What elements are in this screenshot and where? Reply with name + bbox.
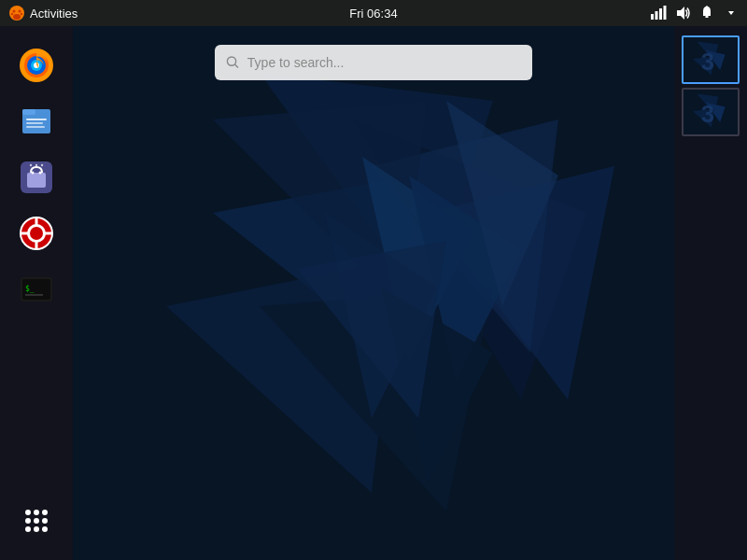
dock-item-software[interactable] [12,153,61,202]
svg-rect-37 [26,122,43,124]
svg-point-61 [25,518,31,524]
svg-point-44 [35,164,37,166]
svg-point-58 [25,510,31,515]
svg-point-66 [42,526,48,532]
svg-marker-10 [677,7,684,20]
workspace-preview-2: 3 [684,90,738,134]
apps-grid-icon [21,506,51,536]
dock-item-files[interactable] [12,97,61,146]
firefox-icon [17,46,56,85]
svg-point-67 [227,57,235,65]
desktop [0,26,747,560]
svg-point-60 [42,510,48,515]
svg-rect-36 [26,119,47,120]
topbar: Activities Fri 06:34 [0,0,747,26]
svg-point-4 [11,13,13,15]
svg-line-68 [235,64,238,67]
notifications-icon[interactable] [698,5,715,21]
help-icon [17,214,56,253]
svg-rect-9 [664,6,667,20]
workspace-preview-1: 3 [684,37,738,82]
search-input[interactable] [247,55,521,70]
workspace-thumb-1[interactable]: 3 [682,35,740,84]
svg-point-65 [34,526,39,532]
activities-button[interactable]: Activities [30,7,78,21]
search-icon [226,55,240,70]
desktop-background [73,26,674,560]
svg-text:3: 3 [701,101,714,127]
software-icon [17,158,56,197]
terminal-icon: $_ [17,270,56,309]
svg-point-45 [41,164,43,166]
svg-marker-13 [728,11,734,15]
search-bar [215,45,532,80]
svg-rect-11 [706,16,709,18]
svg-rect-7 [655,11,658,20]
svg-point-49 [30,227,43,240]
clock: Fri 06:34 [349,7,397,21]
network-icon[interactable] [650,5,667,21]
topbar-right [650,5,740,21]
svg-point-62 [34,518,39,524]
svg-point-5 [21,13,22,15]
svg-rect-8 [659,8,662,20]
svg-point-64 [25,526,31,532]
system-menu-arrow-icon[interactable] [723,5,740,21]
dock-item-help[interactable] [12,209,61,258]
svg-rect-6 [651,14,654,20]
files-icon [17,102,56,141]
svg-rect-38 [26,126,45,128]
svg-text:3: 3 [701,49,714,75]
svg-point-42 [39,172,42,175]
topbar-left: Activities [7,4,78,22]
workspace-switcher: 3 3 [674,26,747,560]
dock-show-apps[interactable] [12,497,61,545]
svg-point-43 [30,164,32,166]
svg-point-1 [13,14,21,20]
svg-point-59 [34,510,39,515]
dock-item-firefox[interactable] [12,41,61,90]
svg-point-41 [32,172,35,175]
svg-text:$_: $_ [25,285,35,293]
svg-point-12 [706,6,708,7]
svg-rect-35 [22,109,35,115]
dock: $_ [0,26,73,560]
svg-rect-40 [27,173,46,188]
workspace-thumb-2[interactable]: 3 [682,88,740,136]
svg-point-63 [42,518,48,524]
svg-point-2 [13,10,16,13]
svg-point-3 [19,10,21,13]
dock-item-terminal[interactable]: $_ [12,265,61,314]
gnome-foot-icon [7,4,26,22]
search-container [215,45,532,80]
volume-icon[interactable] [674,5,691,21]
